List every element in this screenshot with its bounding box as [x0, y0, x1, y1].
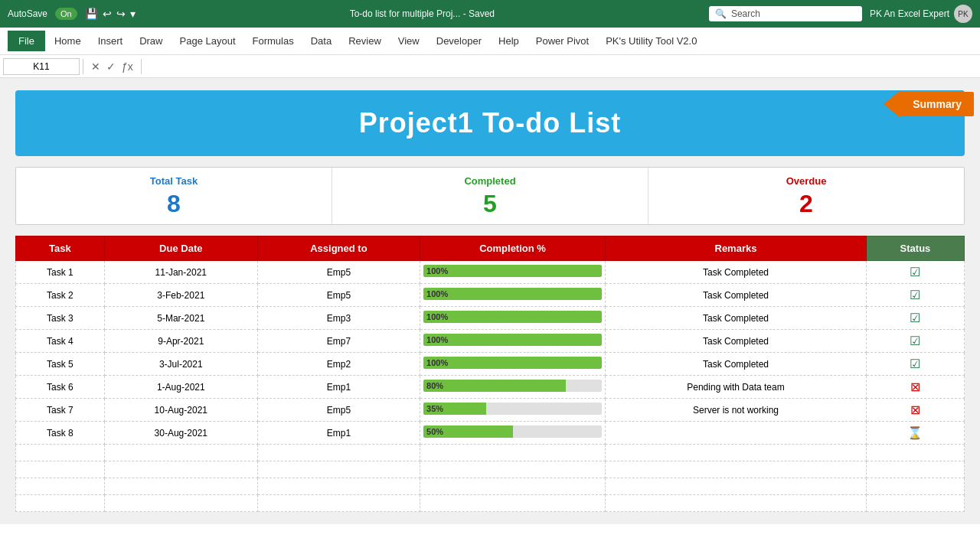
save-icon[interactable]: 💾 — [85, 8, 98, 20]
col-remarks: Remarks — [606, 236, 867, 261]
formula-bar: K11 ✕ ✓ ƒx — [0, 55, 980, 78]
autosave-toggle[interactable]: On — [55, 8, 77, 20]
cell-task: Task 1 — [16, 261, 105, 284]
cell-status: ☑ — [866, 307, 964, 330]
cell-empty — [866, 495, 964, 512]
cell-due-date: 3-Feb-2021 — [104, 284, 257, 307]
cell-completion: 50% — [420, 422, 606, 445]
cell-assigned-to: Emp5 — [257, 399, 420, 422]
menu-developer[interactable]: Developer — [429, 32, 489, 50]
table-empty-row — [16, 461, 965, 478]
total-task-value: 8 — [16, 190, 332, 218]
cell-reference[interactable]: K11 — [3, 58, 80, 75]
menu-page-layout[interactable]: Page Layout — [172, 32, 243, 50]
table-row: Task 710-Aug-2021Emp535%Server is not wo… — [16, 399, 965, 422]
cell-assigned-to: Emp1 — [257, 376, 420, 399]
status-x-icon: ⊠ — [910, 380, 920, 393]
more-icon[interactable]: ▾ — [130, 8, 136, 20]
user-name: PK An Excel Expert — [870, 8, 949, 19]
completed-value: 5 — [332, 190, 648, 218]
user-area: PK An Excel Expert PK — [870, 5, 972, 23]
cell-task: Task 8 — [16, 422, 105, 445]
menu-draw[interactable]: Draw — [132, 32, 170, 50]
table-empty-row — [16, 445, 965, 461]
status-check-icon: ☑ — [910, 357, 920, 370]
cell-empty — [104, 445, 257, 461]
table-empty-row — [16, 478, 965, 495]
redo-icon[interactable]: ↪ — [116, 8, 126, 20]
menu-view[interactable]: View — [390, 32, 427, 50]
col-completion: Completion % — [420, 236, 606, 261]
summary-arrow — [884, 90, 900, 118]
summary-button[interactable]: Summary — [900, 92, 974, 116]
search-icon: 🔍 — [715, 8, 727, 19]
menu-review[interactable]: Review — [341, 32, 389, 50]
menu-formulas[interactable]: Formulas — [245, 32, 302, 50]
cell-empty — [257, 478, 420, 495]
cell-empty — [606, 478, 867, 495]
page-title: Project1 To-do List — [15, 107, 965, 139]
cell-assigned-to: Emp3 — [257, 307, 420, 330]
cell-status: ⌛ — [866, 422, 964, 445]
cell-status: ⊠ — [866, 376, 964, 399]
cell-empty — [16, 495, 105, 512]
cell-status: ☑ — [866, 261, 964, 284]
cell-due-date: 10-Aug-2021 — [104, 399, 257, 422]
cell-status: ☑ — [866, 330, 964, 353]
formula-sep — [83, 59, 83, 74]
cell-due-date: 9-Apr-2021 — [104, 330, 257, 353]
progress-bar: 80% — [423, 380, 602, 392]
cell-empty — [420, 445, 606, 461]
confirm-formula-icon[interactable]: ✓ — [106, 60, 116, 73]
table-row: Task 49-Apr-2021Emp7100%Task Completed☑ — [16, 330, 965, 353]
formula-icons: ✕ ✓ ƒx — [91, 60, 133, 73]
cell-completion: 35% — [420, 399, 606, 422]
cell-due-date: 30-Aug-2021 — [104, 422, 257, 445]
cell-remarks: Task Completed — [606, 261, 867, 284]
status-check-icon: ☑ — [910, 289, 920, 302]
cell-empty — [420, 461, 606, 478]
col-task: Task — [16, 236, 105, 261]
undo-icon[interactable]: ↩ — [103, 8, 112, 20]
menu-home[interactable]: Home — [47, 32, 89, 50]
progress-bar: 100% — [423, 357, 602, 369]
progress-bar: 50% — [423, 425, 602, 438]
cell-task: Task 6 — [16, 376, 105, 399]
cell-remarks: Task Completed — [606, 284, 867, 307]
overdue-value: 2 — [648, 190, 964, 218]
formula-input[interactable] — [145, 60, 977, 73]
progress-bar: 100% — [423, 265, 602, 277]
menu-data[interactable]: Data — [303, 32, 339, 50]
table-header-row: Task Due Date Assigned to Completion % R… — [16, 236, 965, 261]
search-placeholder: Search — [731, 8, 760, 19]
menu-utility-tool[interactable]: PK's Utility Tool V2.0 — [598, 32, 704, 50]
cell-completion: 100% — [420, 307, 606, 330]
cell-empty — [257, 445, 420, 461]
cell-assigned-to: Emp5 — [257, 284, 420, 307]
cell-empty — [104, 495, 257, 512]
search-box[interactable]: 🔍 Search — [709, 6, 862, 21]
menu-file[interactable]: File — [8, 31, 45, 51]
menu-power-pivot[interactable]: Power Pivot — [528, 32, 596, 50]
cell-completion: 100% — [420, 353, 606, 376]
toolbar-icons: 💾 ↩ ↪ ▾ — [85, 8, 136, 20]
header-banner: Project1 To-do List — [15, 90, 965, 156]
cell-remarks: Task Completed — [606, 353, 867, 376]
menu-help[interactable]: Help — [491, 32, 527, 50]
summary-button-wrapper: Summary — [884, 90, 974, 118]
insert-function-icon[interactable]: ƒx — [122, 60, 133, 73]
formula-sep2 — [141, 59, 142, 74]
cell-empty — [866, 478, 964, 495]
cell-empty — [606, 495, 867, 512]
cell-empty — [16, 461, 105, 478]
cell-task: Task 2 — [16, 284, 105, 307]
col-status: Status — [866, 236, 964, 261]
menu-insert[interactable]: Insert — [90, 32, 131, 50]
table-empty-row — [16, 495, 965, 512]
table-row: Task 23-Feb-2021Emp5100%Task Completed☑ — [16, 284, 965, 307]
cell-status: ☑ — [866, 353, 964, 376]
cancel-formula-icon[interactable]: ✕ — [91, 60, 100, 73]
cell-remarks: Server is not working — [606, 399, 867, 422]
progress-bar: 100% — [423, 334, 602, 346]
table-row: Task 111-Jan-2021Emp5100%Task Completed☑ — [16, 261, 965, 284]
